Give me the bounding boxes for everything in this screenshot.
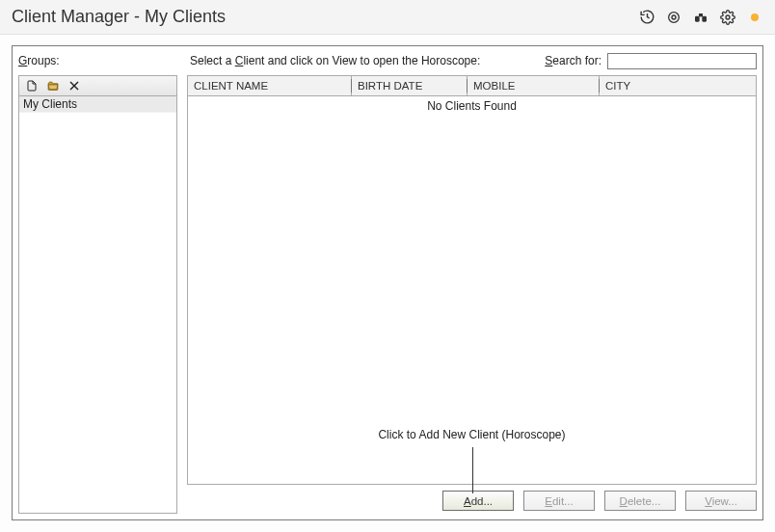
add-button[interactable]: Add... (442, 491, 514, 511)
open-folder-icon[interactable] (46, 79, 60, 93)
groups-toolbar (18, 75, 177, 96)
col-city[interactable]: CITY (600, 76, 757, 96)
gear-icon[interactable] (719, 9, 736, 26)
window-title: Client Manager - My Clients (12, 7, 226, 27)
hint-text: Click to Add New Client (Horoscope) (188, 428, 756, 441)
search-label: Search for: (545, 54, 601, 67)
groups-label: Groups: (18, 54, 184, 67)
view-button: View... (685, 491, 757, 511)
groups-sidebar: My Clients (18, 75, 177, 514)
main-frame: Groups: Select a Client and click on Vie… (12, 45, 763, 520)
empty-message: No Clients Found (188, 96, 756, 113)
clients-table-body[interactable]: No Clients Found Click to Add New Client… (187, 96, 757, 485)
hint-arrow-line (472, 447, 473, 493)
delete-x-icon[interactable] (67, 79, 81, 93)
svg-rect-2 (695, 15, 700, 21)
new-file-icon[interactable] (25, 79, 39, 93)
delete-button: Delete... (604, 491, 676, 511)
col-mobile[interactable]: MOBILE (468, 76, 600, 96)
top-row: Groups: Select a Client and click on Vie… (18, 52, 757, 69)
clients-table-header: CLIENT NAME BIRTH DATE MOBILE CITY (187, 75, 757, 96)
svg-point-1 (672, 15, 676, 19)
search-input[interactable] (607, 53, 757, 69)
svg-rect-4 (699, 13, 703, 16)
clients-content: CLIENT NAME BIRTH DATE MOBILE CITY No Cl… (187, 75, 757, 514)
title-icons (638, 9, 763, 26)
svg-point-5 (726, 15, 730, 19)
groups-list[interactable]: My Clients (18, 96, 177, 514)
status-dot-icon (746, 9, 763, 26)
history-icon[interactable] (638, 9, 655, 26)
edit-button: Edit... (523, 491, 595, 511)
instruction-label: Select a Client and click on View to ope… (184, 54, 545, 67)
svg-rect-3 (702, 15, 707, 21)
sidebar-item-label: My Clients (23, 97, 77, 111)
title-bar: Client Manager - My Clients (0, 0, 775, 35)
svg-point-0 (669, 12, 680, 22)
target-icon[interactable] (665, 9, 682, 26)
col-birth-date[interactable]: BIRTH DATE (352, 76, 468, 96)
col-client-name[interactable]: CLIENT NAME (188, 76, 352, 96)
binoculars-icon[interactable] (692, 9, 709, 26)
sidebar-item-my-clients[interactable]: My Clients (19, 96, 176, 113)
